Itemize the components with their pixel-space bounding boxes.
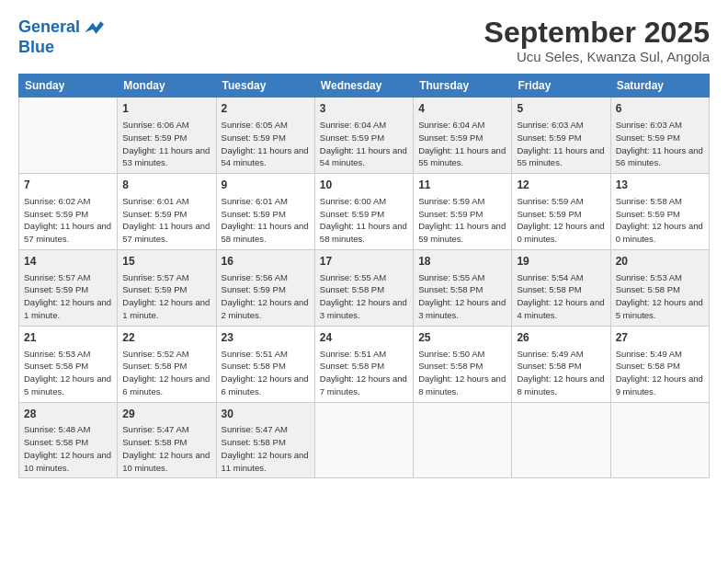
- calendar-cell: 27Sunrise: 5:49 AM Sunset: 5:58 PM Dayli…: [610, 326, 709, 402]
- day-number: 28: [24, 407, 112, 422]
- calendar-cell: 7Sunrise: 6:02 AM Sunset: 5:59 PM Daylig…: [19, 174, 118, 250]
- day-number: 26: [517, 330, 605, 346]
- page-title: September 2025: [484, 17, 710, 49]
- calendar-cell: 19Sunrise: 5:54 AM Sunset: 5:58 PM Dayli…: [512, 249, 610, 326]
- day-info: Sunrise: 5:54 AM Sunset: 5:58 PM Dayligh…: [517, 271, 605, 322]
- day-info: Sunrise: 5:51 AM Sunset: 5:58 PM Dayligh…: [222, 348, 310, 398]
- calendar-cell: [19, 98, 118, 174]
- day-number: 17: [320, 254, 408, 270]
- calendar-week-row: 14Sunrise: 5:57 AM Sunset: 5:59 PM Dayli…: [19, 249, 710, 326]
- calendar-cell: 25Sunrise: 5:50 AM Sunset: 5:58 PM Dayli…: [414, 326, 512, 402]
- day-info: Sunrise: 5:57 AM Sunset: 5:59 PM Dayligh…: [122, 271, 210, 322]
- calendar-cell: 15Sunrise: 5:57 AM Sunset: 5:59 PM Dayli…: [118, 249, 216, 326]
- calendar-week-row: 1Sunrise: 6:06 AM Sunset: 5:59 PM Daylig…: [19, 98, 710, 174]
- calendar-week-row: 28Sunrise: 5:48 AM Sunset: 5:58 PM Dayli…: [19, 402, 710, 478]
- day-info: Sunrise: 5:48 AM Sunset: 5:58 PM Dayligh…: [24, 423, 112, 474]
- header: General Blue September 2025 Ucu Seles, K…: [18, 17, 710, 64]
- day-info: Sunrise: 5:51 AM Sunset: 5:58 PM Dayligh…: [320, 348, 408, 398]
- calendar-cell: 13Sunrise: 5:58 AM Sunset: 5:59 PM Dayli…: [610, 174, 709, 250]
- day-info: Sunrise: 5:53 AM Sunset: 5:58 PM Dayligh…: [24, 348, 112, 398]
- col-sunday: Sunday: [19, 75, 118, 98]
- day-info: Sunrise: 6:04 AM Sunset: 5:59 PM Dayligh…: [418, 119, 506, 169]
- calendar-cell: 9Sunrise: 6:01 AM Sunset: 5:59 PM Daylig…: [216, 174, 314, 250]
- calendar: Sunday Monday Tuesday Wednesday Thursday…: [18, 74, 710, 478]
- calendar-cell: 16Sunrise: 5:56 AM Sunset: 5:59 PM Dayli…: [216, 249, 314, 326]
- calendar-cell: 29Sunrise: 5:47 AM Sunset: 5:58 PM Dayli…: [118, 402, 216, 478]
- day-info: Sunrise: 6:04 AM Sunset: 5:59 PM Dayligh…: [320, 119, 408, 169]
- page-subtitle: Ucu Seles, Kwanza Sul, Angola: [484, 49, 710, 64]
- day-number: 19: [517, 254, 605, 270]
- calendar-cell: 24Sunrise: 5:51 AM Sunset: 5:58 PM Dayli…: [314, 326, 413, 402]
- day-info: Sunrise: 6:05 AM Sunset: 5:59 PM Dayligh…: [222, 119, 310, 169]
- day-number: 27: [616, 330, 704, 346]
- calendar-header-row: Sunday Monday Tuesday Wednesday Thursday…: [19, 75, 710, 98]
- calendar-cell: 11Sunrise: 5:59 AM Sunset: 5:59 PM Dayli…: [414, 174, 512, 250]
- day-number: 1: [122, 101, 210, 117]
- day-number: 15: [122, 254, 210, 270]
- day-number: 16: [222, 254, 310, 270]
- day-info: Sunrise: 5:56 AM Sunset: 5:59 PM Dayligh…: [222, 271, 310, 322]
- day-number: 22: [122, 330, 210, 346]
- calendar-cell: 21Sunrise: 5:53 AM Sunset: 5:58 PM Dayli…: [19, 326, 118, 402]
- col-thursday: Thursday: [414, 75, 512, 98]
- logo-text2: Blue: [18, 39, 104, 57]
- calendar-cell: 26Sunrise: 5:49 AM Sunset: 5:58 PM Dayli…: [512, 326, 610, 402]
- day-number: 4: [418, 101, 506, 117]
- day-info: Sunrise: 6:01 AM Sunset: 5:59 PM Dayligh…: [122, 195, 210, 246]
- day-number: 21: [24, 330, 112, 346]
- day-info: Sunrise: 5:47 AM Sunset: 5:58 PM Dayligh…: [222, 423, 310, 474]
- calendar-cell: 4Sunrise: 6:04 AM Sunset: 5:59 PM Daylig…: [414, 98, 512, 174]
- day-number: 24: [320, 330, 408, 346]
- calendar-cell: 3Sunrise: 6:04 AM Sunset: 5:59 PM Daylig…: [314, 98, 413, 174]
- calendar-cell: 12Sunrise: 5:59 AM Sunset: 5:59 PM Dayli…: [512, 174, 610, 250]
- page: General Blue September 2025 Ucu Seles, K…: [0, 0, 728, 488]
- calendar-cell: 28Sunrise: 5:48 AM Sunset: 5:58 PM Dayli…: [19, 402, 118, 478]
- calendar-cell: 5Sunrise: 6:03 AM Sunset: 5:59 PM Daylig…: [512, 98, 610, 174]
- day-number: 11: [418, 178, 506, 193]
- title-block: September 2025 Ucu Seles, Kwanza Sul, An…: [484, 17, 710, 64]
- day-info: Sunrise: 5:49 AM Sunset: 5:58 PM Dayligh…: [517, 348, 605, 398]
- day-number: 14: [24, 254, 112, 270]
- day-info: Sunrise: 6:03 AM Sunset: 5:59 PM Dayligh…: [616, 119, 704, 169]
- calendar-week-row: 21Sunrise: 5:53 AM Sunset: 5:58 PM Dayli…: [19, 326, 710, 402]
- calendar-cell: 10Sunrise: 6:00 AM Sunset: 5:59 PM Dayli…: [314, 174, 413, 250]
- calendar-cell: 30Sunrise: 5:47 AM Sunset: 5:58 PM Dayli…: [216, 402, 314, 478]
- logo: General Blue: [18, 17, 104, 57]
- day-number: 12: [517, 178, 605, 193]
- calendar-cell: [610, 402, 709, 478]
- day-info: Sunrise: 5:59 AM Sunset: 5:59 PM Dayligh…: [418, 195, 506, 246]
- day-number: 7: [24, 178, 112, 193]
- day-number: 29: [122, 407, 210, 422]
- day-info: Sunrise: 5:53 AM Sunset: 5:58 PM Dayligh…: [616, 271, 704, 322]
- day-number: 5: [517, 101, 605, 117]
- calendar-cell: 23Sunrise: 5:51 AM Sunset: 5:58 PM Dayli…: [216, 326, 314, 402]
- day-number: 9: [222, 178, 310, 193]
- calendar-cell: 17Sunrise: 5:55 AM Sunset: 5:58 PM Dayli…: [314, 249, 413, 326]
- logo-icon: [82, 17, 104, 39]
- day-number: 30: [222, 407, 310, 422]
- day-info: Sunrise: 5:55 AM Sunset: 5:58 PM Dayligh…: [418, 271, 506, 322]
- day-info: Sunrise: 6:06 AM Sunset: 5:59 PM Dayligh…: [122, 119, 210, 169]
- svg-marker-0: [85, 21, 104, 34]
- day-info: Sunrise: 5:55 AM Sunset: 5:58 PM Dayligh…: [320, 271, 408, 322]
- day-info: Sunrise: 5:52 AM Sunset: 5:58 PM Dayligh…: [122, 348, 210, 398]
- day-number: 13: [616, 178, 704, 193]
- calendar-cell: 8Sunrise: 6:01 AM Sunset: 5:59 PM Daylig…: [118, 174, 216, 250]
- day-number: 25: [418, 330, 506, 346]
- calendar-cell: 1Sunrise: 6:06 AM Sunset: 5:59 PM Daylig…: [118, 98, 216, 174]
- col-friday: Friday: [512, 75, 610, 98]
- day-info: Sunrise: 6:01 AM Sunset: 5:59 PM Dayligh…: [222, 195, 310, 246]
- day-number: 3: [320, 101, 408, 117]
- calendar-cell: 18Sunrise: 5:55 AM Sunset: 5:58 PM Dayli…: [414, 249, 512, 326]
- day-info: Sunrise: 5:57 AM Sunset: 5:59 PM Dayligh…: [24, 271, 112, 322]
- calendar-cell: [512, 402, 610, 478]
- calendar-cell: 22Sunrise: 5:52 AM Sunset: 5:58 PM Dayli…: [118, 326, 216, 402]
- day-info: Sunrise: 6:03 AM Sunset: 5:59 PM Dayligh…: [517, 119, 605, 169]
- calendar-cell: 20Sunrise: 5:53 AM Sunset: 5:58 PM Dayli…: [610, 249, 709, 326]
- day-info: Sunrise: 5:59 AM Sunset: 5:59 PM Dayligh…: [517, 195, 605, 246]
- day-number: 23: [222, 330, 310, 346]
- calendar-cell: 2Sunrise: 6:05 AM Sunset: 5:59 PM Daylig…: [216, 98, 314, 174]
- logo-text: General: [18, 18, 80, 37]
- col-wednesday: Wednesday: [314, 75, 413, 98]
- calendar-cell: 14Sunrise: 5:57 AM Sunset: 5:59 PM Dayli…: [19, 249, 118, 326]
